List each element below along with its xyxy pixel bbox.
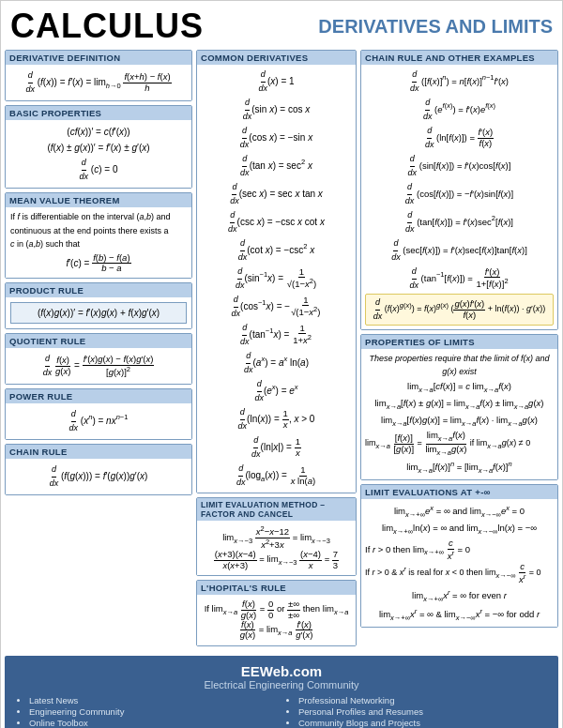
- cd-15: ddx(loga(x)) = 1x ln(a): [201, 463, 352, 489]
- section-body-limit-inf: limx→+∞ex = ∞ and limx→−∞ex = 0 limx→+∞l…: [361, 499, 557, 627]
- cr-1: ddx ([f(x)]n) = n[f(x)]n−1f′(x): [365, 68, 554, 95]
- section-title-chain-left: CHAIN RULE: [6, 445, 191, 459]
- mean-value-text2: continuous at the end points there exist…: [10, 225, 187, 238]
- cd-5: ddx(sec x) = sec x tan x: [201, 181, 352, 207]
- section-body-lhopital: If limx→a f(x)g(x) = 00 or ±∞±∞ then lim…: [197, 595, 356, 645]
- cd-12: ddx(ex) = ex: [201, 378, 352, 404]
- section-limit-eval: LIMIT EVALUATION METHOD – FACTOR AND CAN…: [196, 497, 357, 576]
- section-title-chain-right: CHAIN RULE AND OTHER EXAMPLES: [361, 51, 557, 65]
- section-title-power: POWER RULE: [6, 389, 191, 403]
- cr-6: ddx (tan[f(x)]) = f′(x)sec2[f(x)]: [365, 209, 554, 235]
- footer-item-7[interactable]: Community Blogs and Projects: [298, 718, 547, 728]
- page: CALCULUS DERIVATIVES AND LIMITS DERIVATI…: [0, 0, 563, 728]
- power-rule-formula: ddx (xn) = nxn−1: [10, 408, 187, 434]
- cd-9: ddx(cos−1x) = −1√(1−x2): [201, 294, 352, 320]
- le-4: If r > 0 & xr is real for x < 0 then lim…: [365, 562, 554, 584]
- section-title-product: PRODUCT RULE: [6, 283, 191, 297]
- le-1: limx→+∞ex = ∞ and limx→−∞ex = 0: [365, 503, 554, 520]
- section-body-common: ddx(x) = 1 ddx(sin x) = cos x ddx(cos x)…: [197, 65, 356, 493]
- pl-5: limx→a[f(x)]n = [limx→af(x)]n: [365, 459, 554, 476]
- middle-column: COMMON DERIVATIVES ddx(x) = 1 ddx(sin x)…: [192, 50, 357, 650]
- cd-1: ddx(x) = 1: [201, 68, 352, 95]
- section-body-mean: If f is differentiable on the interval (…: [6, 207, 191, 278]
- section-quotient-rule: QUOTIENT RULE ddx f(x)g(x) = f′(x)g(x) −…: [5, 333, 192, 385]
- section-body-quotient: ddx f(x)g(x) = f′(x)g(x) − f(x)g′(x)[g(x…: [6, 348, 191, 384]
- pl-1: limx→a[cf(x)] = c limx→af(x): [365, 380, 554, 395]
- main-title: CALCULUS: [10, 7, 204, 46]
- footer-item-5[interactable]: Professional Networking: [298, 695, 547, 705]
- section-power-rule: POWER RULE ddx (xn) = nxn−1: [5, 388, 192, 440]
- cd-4: ddx(tan x) = sec2 x: [201, 153, 352, 179]
- section-title-basic: BASIC PROPERTIES: [6, 106, 191, 120]
- subtitle: DERIVATIVES AND LIMITS: [318, 16, 553, 38]
- section-title-prop-limits: PROPERTIES OF LIMITS: [361, 335, 557, 349]
- cr-4: ddx (sin[f(x)]) = f′(x)cos[f(x)]: [365, 153, 554, 179]
- footer-community: Electrical Engineering Community: [16, 679, 547, 690]
- footer-item-1[interactable]: Latest News: [29, 695, 278, 705]
- section-properties-limits: PROPERTIES OF LIMITS These properties re…: [360, 334, 558, 480]
- left-column: DERIVATIVE DEFINITION ddx (f(x)) = f'(x)…: [5, 50, 192, 650]
- section-body-chain-left: ddx (f(g(x))) = f′(g(x))g′(x): [6, 459, 191, 494]
- section-title-mean: MEAN VALUE THEOREM: [6, 193, 191, 207]
- section-basic-properties: BASIC PROPERTIES (cf(x))′ = c(f′(x)) (f(…: [5, 105, 192, 189]
- le-5: limx→+∞xr = ∞ for even r: [365, 587, 554, 604]
- cr-7: ddx (sec[f(x)]) = f′(x)sec[f(x)]tan[f(x)…: [365, 237, 554, 264]
- footer-site: EEWeb.com: [16, 663, 547, 679]
- quotient-rule-formula: ddx f(x)g(x) = f′(x)g(x) − f(x)g′(x)[g(x…: [10, 353, 187, 379]
- prop-limits-note: These properties require that the limit …: [365, 353, 554, 378]
- cr-9: ddx (f(x)g(x)) = f(x)g(x) (g(x)f′(x)f(x)…: [365, 294, 554, 326]
- section-title-derivative-def: DERIVATIVE DEFINITION: [6, 51, 191, 65]
- cd-8: ddx(sin−1x) = 1√(1−x2): [201, 265, 352, 292]
- section-title-limit-inf: LIMIT EVALUATIONS AT +-∞: [361, 485, 557, 499]
- cr-3: ddx (ln[f(x)]) = f′(x)f(x): [365, 125, 554, 151]
- basic-prop-1: (cf(x))′ = c(f′(x)): [10, 125, 187, 139]
- cd-7: ddx(cot x) = −csc2 x: [201, 237, 352, 264]
- cd-6: ddx(csc x) = −csc x cot x: [201, 209, 352, 235]
- limit-eval-formula: limx→−3 x2−x−12x2+3x = limx→−3 (x+3)(x−4…: [202, 525, 351, 570]
- cr-5: ddx (cos[f(x)]) = −f′(x)sin[f(x)]: [365, 181, 554, 207]
- cd-2: ddx(sin x) = cos x: [201, 97, 352, 123]
- footer-col-1: Latest News Engineering Community Online…: [16, 694, 278, 728]
- cd-10: ddx(tan−1x) = 11+x2: [201, 322, 352, 348]
- cd-3: ddx(cos x) = −sin x: [201, 125, 352, 151]
- footer-columns: Latest News Engineering Community Online…: [16, 694, 547, 728]
- pl-4: limx→a [f(x)][g(x)] = limx→af(x)limx→ag(…: [365, 431, 554, 456]
- footer-item-2[interactable]: Engineering Community: [29, 706, 278, 717]
- section-limit-eval-inf: LIMIT EVALUATIONS AT +-∞ limx→+∞ex = ∞ a…: [360, 484, 558, 628]
- section-body-power: ddx (xn) = nxn−1: [6, 403, 191, 439]
- pl-3: limx→a[f(x)g(x)] = limx→af(x) · limx→ag(…: [365, 414, 554, 429]
- header: CALCULUS DERIVATIVES AND LIMITS: [1, 1, 562, 50]
- mean-value-formula: f′(c) = f(b) − f(a)b − a: [10, 253, 187, 274]
- footer-col-2: Professional Networking Personal Profile…: [285, 694, 547, 728]
- cr-2: ddx (ef(x)) = f′(x)ef(x): [365, 97, 554, 123]
- footer: EEWeb.com Electrical Engineering Communi…: [5, 656, 558, 728]
- product-rule-formula: (f(x)g(x))′ = f′(x)g(x) + f(x)g′(x): [10, 302, 187, 324]
- section-product-rule: PRODUCT RULE (f(x)g(x))′ = f′(x)g(x) + f…: [5, 282, 192, 329]
- section-title-lhopital: L'HOPITAL'S RULE: [197, 581, 356, 595]
- section-body-chain-right: ddx ([f(x)]n) = n[f(x)]n−1f′(x) ddx (ef(…: [361, 65, 557, 329]
- cr-8: ddx (tan−1[f(x)]) = f′(x)1+[f(x)]2: [365, 265, 554, 292]
- section-chain-rule-left: CHAIN RULE ddx (f(g(x))) = f′(g(x))g′(x): [5, 444, 192, 495]
- footer-item-6[interactable]: Personal Profiles and Resumes: [298, 706, 547, 717]
- section-title-common: COMMON DERIVATIVES: [197, 51, 356, 65]
- section-chain-rule-right: CHAIN RULE AND OTHER EXAMPLES ddx ([f(x)…: [360, 50, 558, 330]
- section-body-product: (f(x)g(x))′ = f′(x)g(x) + f(x)g′(x): [6, 297, 191, 328]
- basic-prop-3: ddx (c) = 0: [10, 157, 187, 183]
- mean-value-text: If f is differentiable on the interval (…: [10, 211, 187, 224]
- chain-rule-left-formula: ddx (f(g(x))) = f′(g(x))g′(x): [10, 463, 187, 490]
- section-body-basic: (cf(x))′ = c(f′(x)) (f(x) ± g(x))′ = f′(…: [6, 120, 191, 188]
- main-content: DERIVATIVE DEFINITION ddx (f(x)) = f'(x)…: [1, 50, 562, 654]
- section-body-prop-limits: These properties require that the limit …: [361, 349, 557, 479]
- footer-item-3[interactable]: Online Toolbox: [29, 718, 278, 728]
- mean-value-text3: c in (a,b) such that: [10, 238, 187, 251]
- section-title-limit-eval: LIMIT EVALUATION METHOD – FACTOR AND CAN…: [197, 498, 356, 521]
- section-title-quotient: QUOTIENT RULE: [6, 334, 191, 348]
- section-lhopital: L'HOPITAL'S RULE If limx→a f(x)g(x) = 00…: [196, 580, 357, 646]
- cd-14: ddx(ln|x|) = 1x: [201, 434, 352, 461]
- section-derivative-definition: DERIVATIVE DEFINITION ddx (f(x)) = f'(x)…: [5, 50, 192, 101]
- le-3: If r > 0 then limx→+∞ cxr = 0: [365, 538, 554, 561]
- section-body-derivative-def: ddx (f(x)) = f'(x) = limh→0 f(x+h) − f(x…: [6, 65, 191, 100]
- right-column: CHAIN RULE AND OTHER EXAMPLES ddx ([f(x)…: [357, 50, 558, 650]
- basic-prop-2: (f(x) ± g(x))′ = f′(x) ± g′(x): [10, 141, 187, 155]
- section-mean-value: MEAN VALUE THEOREM If f is differentiabl…: [5, 192, 192, 279]
